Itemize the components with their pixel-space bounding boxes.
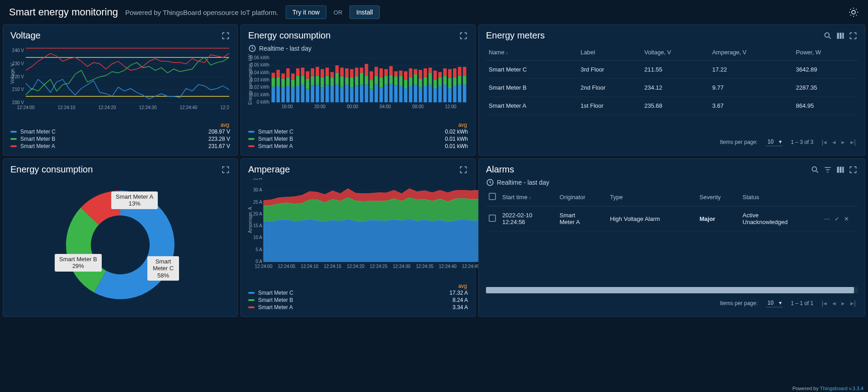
svg-text:12:24:30: 12:24:30 [393, 264, 410, 269]
columns-icon[interactable] [836, 165, 845, 174]
col-voltage[interactable]: Voltage, V [642, 44, 709, 61]
svg-text:12:24:30: 12:24:30 [139, 105, 157, 110]
page-title: Smart energy monitoring [9, 6, 118, 18]
table-row[interactable]: 2022-02-1012:24:56SmartMeter AHigh Volta… [486, 206, 858, 231]
legend-item[interactable]: Smart Meter B8.24 A [248, 296, 468, 304]
svg-text:12:24:05: 12:24:05 [278, 264, 295, 269]
time-window-label[interactable]: Realtime - last day [259, 45, 311, 52]
svg-rect-75 [335, 85, 339, 102]
svg-rect-124 [414, 74, 417, 85]
col-amperage[interactable]: Amperage, V [709, 44, 793, 61]
svg-rect-112 [394, 76, 398, 86]
svg-text:0.03 kWh: 0.03 kWh [250, 77, 269, 82]
col-status[interactable]: Status [740, 188, 821, 206]
svg-text:0 A: 0 A [256, 259, 263, 264]
svg-rect-44 [281, 73, 285, 78]
first-page-icon[interactable]: |◂ [821, 299, 827, 307]
search-icon[interactable] [823, 31, 832, 40]
table-row[interactable]: Smart Meter A1st Floor235.683.67864.95 [486, 97, 858, 115]
svg-rect-128 [419, 70, 422, 79]
svg-rect-62 [311, 68, 314, 76]
items-per-page-select[interactable]: 10 [766, 138, 783, 146]
legend-item[interactable]: Smart Meter C208.97 V [10, 128, 230, 135]
next-page-icon[interactable]: ▸ [841, 299, 845, 307]
col-power[interactable]: Power, W [793, 44, 858, 61]
last-page-icon[interactable]: ▸| [850, 138, 856, 146]
table-row[interactable]: Smart Meter C3rd Floor211.5517.223642.89 [486, 61, 858, 79]
svg-rect-57 [306, 89, 310, 102]
col-originator[interactable]: Originator [557, 188, 608, 206]
items-per-page-label: Items per page: [720, 300, 757, 306]
fullscreen-icon[interactable] [459, 31, 468, 40]
svg-rect-120 [409, 86, 412, 102]
page-range: 1 – 1 of 1 [791, 300, 813, 306]
svg-rect-78 [340, 87, 344, 102]
first-page-icon[interactable]: |◂ [821, 138, 827, 146]
items-per-page-select[interactable]: 10 [766, 299, 783, 307]
next-page-icon[interactable]: ▸ [841, 138, 845, 146]
legend-item[interactable]: Smart Meter A3.34 A [248, 304, 468, 311]
svg-rect-45 [286, 86, 290, 102]
more-icon[interactable]: ⋯ [824, 215, 830, 222]
search-icon[interactable] [811, 165, 820, 174]
fullscreen-icon[interactable] [849, 31, 858, 40]
try-it-now-button[interactable]: Try it now [286, 5, 326, 19]
col-label[interactable]: Label [578, 44, 642, 61]
fullscreen-icon[interactable] [459, 165, 468, 174]
prev-page-icon[interactable]: ◂ [832, 138, 836, 146]
install-button[interactable]: Install [349, 5, 380, 19]
avg-label: avg [248, 283, 468, 289]
col-type[interactable]: Type [607, 188, 697, 206]
svg-rect-107 [384, 69, 388, 76]
ack-icon[interactable]: ✓ [835, 215, 840, 222]
svg-rect-106 [384, 76, 388, 85]
legend-item[interactable]: Smart Meter A0.01 kWh [248, 143, 468, 150]
svg-rect-82 [345, 77, 349, 85]
horizontal-scrollbar[interactable] [486, 287, 858, 293]
svg-rect-152 [458, 67, 462, 76]
legend-item[interactable]: Smart Meter B0.01 kWh [248, 135, 468, 143]
page-subtitle: Powered by ThingsBoard opensource IoT pl… [125, 9, 278, 16]
alarms-title: Alarms [486, 164, 514, 175]
columns-icon[interactable] [836, 31, 845, 40]
svg-text:12:24:35: 12:24:35 [416, 264, 434, 269]
svg-rect-71 [326, 67, 329, 76]
time-window-label[interactable]: Realtime - last day [497, 179, 549, 186]
svg-rect-81 [345, 85, 349, 102]
svg-rect-141 [443, 85, 447, 102]
last-page-icon[interactable]: ▸| [850, 299, 856, 307]
fullscreen-icon[interactable] [849, 165, 858, 174]
col-name[interactable]: Name↓ [486, 44, 578, 61]
legend-item[interactable]: Smart Meter C17.32 A [248, 289, 468, 296]
svg-rect-147 [453, 86, 457, 102]
svg-rect-101 [374, 67, 378, 76]
svg-rect-43 [281, 79, 285, 88]
fullscreen-icon[interactable] [221, 165, 230, 174]
svg-rect-40 [276, 77, 280, 86]
theme-toggle-icon[interactable] [848, 7, 859, 18]
energy-meters-panel: Energy meters Name↓ Label Voltage, V Amp… [478, 24, 865, 156]
svg-rect-146 [448, 69, 452, 78]
svg-rect-148 [453, 77, 457, 86]
legend-item[interactable]: Smart Meter C0.02 kWh [248, 128, 468, 135]
col-severity[interactable]: Severity [697, 188, 740, 206]
svg-rect-69 [326, 85, 329, 102]
svg-rect-123 [414, 85, 417, 102]
row-checkbox[interactable] [489, 215, 496, 222]
clear-icon[interactable]: ✕ [844, 215, 849, 222]
svg-text:00:00: 00:00 [347, 104, 358, 109]
svg-rect-103 [379, 77, 383, 88]
svg-rect-137 [434, 71, 437, 80]
fullscreen-icon[interactable] [221, 31, 230, 40]
filter-icon[interactable] [823, 165, 832, 174]
clock-icon [248, 44, 256, 53]
alarms-panel: Alarms Realtime - last day Start time↓ O… [478, 158, 865, 317]
svg-rect-104 [379, 68, 383, 77]
legend-item[interactable]: Smart Meter A231.67 V [10, 143, 230, 150]
select-all-checkbox[interactable] [489, 193, 496, 200]
svg-rect-38 [272, 73, 275, 78]
prev-page-icon[interactable]: ◂ [832, 299, 836, 307]
table-row[interactable]: Smart Meter B2nd Floor234.129.772287.35 [486, 79, 858, 97]
col-start-time[interactable]: Start time↓ [500, 188, 557, 206]
legend-item[interactable]: Smart Meter B223.28 V [10, 135, 230, 143]
